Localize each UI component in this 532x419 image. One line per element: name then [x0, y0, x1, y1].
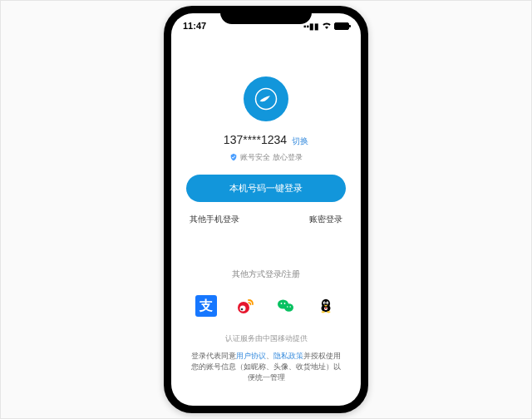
svg-point-15 — [327, 303, 328, 303]
shield-icon — [229, 153, 238, 163]
switch-number-link[interactable]: 切换 — [292, 136, 308, 147]
wechat-icon[interactable] — [275, 295, 297, 317]
svg-point-14 — [324, 303, 325, 303]
bird-icon — [254, 86, 278, 111]
security-text: 账号安全 放心登录 — [240, 152, 303, 163]
qq-icon[interactable] — [315, 295, 337, 317]
other-phone-login-link[interactable]: 其他手机登录 — [190, 214, 239, 225]
social-login-row: 支 — [186, 295, 346, 317]
status-time: 11:47 — [183, 21, 206, 31]
app-logo — [244, 76, 288, 121]
svg-point-5 — [284, 303, 293, 312]
svg-point-8 — [287, 306, 288, 308]
account-password-login-link[interactable]: 账密登录 — [309, 214, 342, 225]
agreement-text: 登录代表同意用户协议、隐私政策并授权使用您的账号信息（如昵称、头像、收货地址）以… — [186, 351, 346, 382]
svg-point-16 — [324, 305, 328, 307]
wifi-icon — [322, 22, 332, 31]
svg-point-18 — [327, 311, 331, 313]
svg-point-3 — [241, 308, 244, 311]
one-click-login-button[interactable]: 本机号码一键登录 — [186, 175, 346, 202]
svg-point-17 — [322, 311, 326, 313]
security-note: 账号安全 放心登录 — [186, 152, 346, 163]
battery-icon — [334, 22, 349, 30]
alipay-icon[interactable]: 支 — [195, 295, 217, 317]
auth-provider-note: 认证服务由中国移动提供 — [186, 333, 346, 344]
phone-row: 137****1234 切换 — [186, 133, 346, 147]
privacy-policy-link[interactable]: 隐私政策 — [273, 352, 303, 360]
alt-login-row: 其他手机登录 账密登录 — [186, 214, 346, 225]
svg-point-6 — [281, 303, 283, 304]
status-indicators: ▪▪▮▮ — [303, 22, 349, 31]
notch — [220, 6, 312, 24]
phone-frame: 11:47 ▪▪▮▮ 137****1234 切换 — [164, 6, 368, 413]
masked-phone-number: 137****1234 — [224, 133, 287, 146]
screen: 11:47 ▪▪▮▮ 137****1234 切换 — [171, 13, 361, 406]
other-methods-title: 其他方式登录/注册 — [186, 269, 346, 280]
login-content: 137****1234 切换 账号安全 放心登录 本机号码一键登录 其他手机登录… — [171, 35, 361, 391]
svg-point-7 — [284, 303, 286, 304]
agreement-prefix: 登录代表同意 — [191, 352, 236, 360]
svg-point-9 — [289, 306, 291, 308]
weibo-icon[interactable] — [235, 295, 257, 317]
user-agreement-link[interactable]: 用户协议 — [236, 352, 266, 360]
svg-point-2 — [240, 306, 246, 312]
